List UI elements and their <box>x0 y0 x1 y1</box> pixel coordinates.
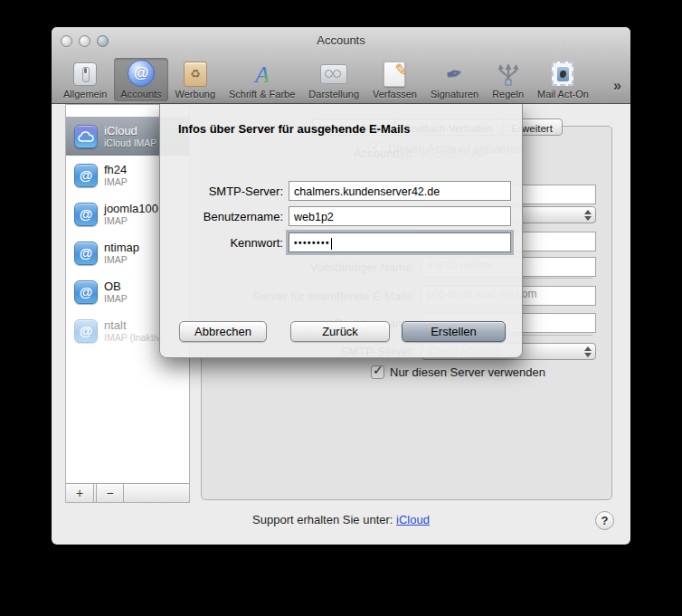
username-label: Benutzername: <box>160 210 289 223</box>
smtp-server-sheet: Infos über Server für ausgehende E-Mails… <box>159 104 523 358</box>
text-caret <box>331 238 332 250</box>
pen-icon: ✒ <box>443 61 465 88</box>
account-name: fh24 <box>104 163 128 176</box>
account-type: IMAP <box>104 176 128 187</box>
window-title: Accounts <box>52 33 630 47</box>
preferences-window: Accountdaten Postfach-Verhalten Erweiter… <box>52 27 630 545</box>
sheet-title: Infos über Server für ausgehende E-Mails <box>178 122 410 136</box>
add-account-button[interactable]: + <box>66 484 94 502</box>
support-text: Support erhalten Sie unter: iCloud <box>52 513 630 526</box>
at-icon: @ <box>74 242 98 265</box>
cloud-icon <box>74 125 98 148</box>
stepper-icon <box>584 346 591 357</box>
toolbar-item-werbung[interactable]: ♻ Werbung <box>169 58 222 101</box>
toolbar-overflow-chevron[interactable]: » <box>613 78 621 94</box>
smtp-server-label: SMTP-Server: <box>160 185 289 198</box>
smtp-server-row: SMTP-Server: chalmers.kundenserver42.de <box>160 181 522 201</box>
checkbox-icon <box>371 365 384 379</box>
cancel-button[interactable]: Abbrechen <box>179 321 267 342</box>
icloud-support-link[interactable]: iCloud <box>396 513 430 526</box>
at-icon: @ <box>74 164 98 187</box>
letter-a-icon: A <box>248 61 277 87</box>
at-icon: @ <box>74 203 98 226</box>
at-icon: @ <box>74 280 98 304</box>
account-type: IMAP (Inaktiv) <box>104 332 164 343</box>
toolbar-item-mail-act-on[interactable]: Mail Act-On <box>531 58 595 101</box>
use-only-server-label: Nur diesen Server verwenden <box>390 365 545 379</box>
help-button[interactable]: ? <box>595 511 614 530</box>
at-icon: @ <box>74 319 98 343</box>
rules-icon <box>494 61 523 87</box>
toolbar-item-accounts[interactable]: @ Accounts <box>114 58 167 101</box>
preferences-toolbar: Allgemein @ Accounts ♻ Werbung A <box>57 56 595 101</box>
toolbar-item-darstellung[interactable]: Darstellung <box>302 58 365 101</box>
list-actions-bar: + − <box>66 483 189 502</box>
remove-account-button[interactable]: − <box>96 484 124 502</box>
at-icon: @ <box>128 60 155 87</box>
username-input[interactable]: web1p2 <box>289 206 511 226</box>
username-row: Benutzername: web1p2 <box>160 206 522 226</box>
account-name: iCloud <box>104 124 156 137</box>
bag-icon: ♻ <box>184 62 207 87</box>
back-button[interactable]: Zurück <box>290 321 390 342</box>
toolbar-item-schrift-farbe[interactable]: A Schrift & Farbe <box>223 58 301 101</box>
account-type: iCloud IMAP <box>104 137 156 148</box>
switch-icon <box>73 62 97 86</box>
account-name: ntalt <box>104 318 164 332</box>
toolbar-item-allgemein[interactable]: Allgemein <box>57 58 113 101</box>
titlebar[interactable]: Accounts <box>52 27 630 54</box>
account-name: OB <box>104 280 128 293</box>
create-button[interactable]: Erstellen <box>402 321 506 342</box>
compose-icon: ✎ <box>384 62 405 87</box>
window-chrome: Accounts Allgemein @ Accounts ♻ Werbung <box>52 27 630 104</box>
stamp-icon <box>552 62 573 86</box>
toolbar-item-regeln[interactable]: Regeln <box>486 58 530 101</box>
toolbar-item-verfassen[interactable]: ✎ Verfassen <box>366 58 423 101</box>
account-type: IMAP <box>104 215 158 226</box>
stepper-icon <box>584 210 591 221</box>
password-label: Kennwort: <box>160 236 289 250</box>
list-bar-filler <box>124 484 189 502</box>
toolbar-item-signaturen[interactable]: ✒ Signaturen <box>424 58 485 101</box>
account-type: IMAP <box>104 254 139 265</box>
svg-text:A: A <box>253 62 270 87</box>
account-name: ntimap <box>104 241 139 254</box>
use-only-server-checkbox[interactable]: Nur diesen Server verwenden <box>371 365 545 379</box>
password-row: Kennwort: •••••••• <box>160 232 522 252</box>
account-name: joomla100 <box>104 202 158 215</box>
viewer-icon <box>320 64 347 84</box>
smtp-server-input[interactable]: chalmers.kundenserver42.de <box>289 181 511 201</box>
password-input[interactable]: •••••••• <box>289 232 511 252</box>
account-type: IMAP <box>104 293 128 304</box>
